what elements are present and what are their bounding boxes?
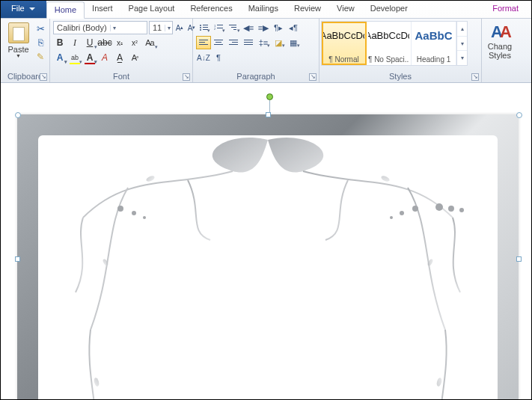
- svg-rect-17: [215, 42, 221, 43]
- superscript-button[interactable]: x²: [128, 36, 141, 49]
- group-clipboard: Paste ▼ ✂ ⎘ ✎ Clipboard ↘: [1, 19, 50, 82]
- numbering-button[interactable]: 12▾: [211, 21, 226, 34]
- justify-button[interactable]: [241, 36, 256, 49]
- multilevel-list-button[interactable]: ▾: [226, 21, 241, 34]
- document-canvas[interactable]: [1, 83, 531, 399]
- group-label-font: Font ↘: [50, 71, 192, 82]
- tab-references[interactable]: References: [183, 1, 240, 18]
- highlight-button[interactable]: ab▾: [68, 51, 82, 64]
- rotation-connector: [269, 100, 270, 113]
- tab-developer[interactable]: Developer: [363, 1, 416, 18]
- change-styles-label2: Styles: [489, 51, 511, 60]
- style-gallery: AaBbCcDc ¶ Normal AaBbCcDc ¶ No Spaci...…: [321, 21, 468, 66]
- text-effects-button[interactable]: A▾: [53, 51, 67, 64]
- copy-button[interactable]: ⎘: [34, 37, 46, 49]
- italic-button[interactable]: I: [68, 36, 82, 49]
- svg-point-36: [390, 216, 393, 219]
- align-left-button[interactable]: [196, 36, 211, 49]
- increase-indent-button[interactable]: ≡▶: [256, 21, 271, 34]
- chevron-down-icon[interactable]: ▾: [110, 25, 119, 31]
- phonetic-guide-button[interactable]: Aᵃ: [128, 51, 141, 64]
- tab-format[interactable]: Format: [485, 1, 527, 18]
- font-size-value: 11: [150, 23, 165, 32]
- svg-point-37: [435, 203, 443, 211]
- svg-point-38: [448, 206, 454, 212]
- dialog-launcher-icon[interactable]: ↘: [183, 73, 190, 81]
- show-marks-button[interactable]: ¶: [211, 51, 226, 64]
- ltr-button[interactable]: ¶▸: [271, 21, 286, 34]
- svg-point-26: [380, 175, 390, 183]
- svg-rect-1: [203, 25, 208, 25]
- change-case-button[interactable]: Aa▾: [143, 36, 156, 49]
- svg-point-0: [200, 25, 201, 26]
- dialog-launcher-icon[interactable]: ↘: [40, 73, 47, 81]
- svg-point-39: [459, 208, 464, 212]
- svg-rect-18: [214, 44, 223, 45]
- strike-button[interactable]: abc: [98, 36, 111, 49]
- svg-point-33: [143, 216, 146, 219]
- dialog-launcher-icon[interactable]: ↘: [309, 73, 317, 81]
- gallery-up-button[interactable]: ▴: [457, 22, 467, 37]
- rotation-handle[interactable]: [266, 93, 273, 100]
- group-paragraph: ▾ 12▾ ▾ ◀≡ ≡▶ ¶▸ ◂¶ ‡≡▾ ◪▾ ▦▾ A↓Z ¶: [193, 19, 319, 82]
- ribbon-tabs: File Home Insert Page Layout References …: [1, 1, 531, 19]
- selected-image[interactable]: [17, 114, 519, 399]
- line-spacing-button[interactable]: ‡≡▾: [256, 36, 271, 49]
- dialog-launcher-icon[interactable]: ↘: [471, 73, 479, 81]
- bullets-button[interactable]: ▾: [196, 21, 211, 34]
- svg-rect-24: [244, 44, 253, 45]
- character-border-button[interactable]: A̲: [113, 51, 126, 64]
- resize-handle-r[interactable]: [516, 256, 522, 262]
- tab-home[interactable]: Home: [46, 1, 85, 19]
- group-font: Calibri (Body) ▾ 11 ▾ A▴ A▾ B I U▾ abc x…: [50, 19, 193, 82]
- svg-text:2: 2: [214, 27, 216, 31]
- resize-handle-tr[interactable]: [516, 112, 522, 118]
- svg-rect-12: [233, 29, 236, 30]
- resize-handle-tl[interactable]: [15, 112, 21, 118]
- align-right-button[interactable]: [226, 36, 241, 49]
- style-no-spacing[interactable]: AaBbCcDc ¶ No Spaci...: [367, 22, 412, 65]
- svg-rect-20: [232, 42, 238, 43]
- chevron-down-icon[interactable]: ▼: [16, 54, 21, 58]
- borders-button[interactable]: ▦▾: [286, 36, 301, 49]
- paste-button[interactable]: Paste ▼: [4, 21, 33, 58]
- chevron-down-icon[interactable]: ▾: [165, 25, 172, 31]
- resize-handle-t[interactable]: [266, 112, 271, 117]
- align-center-button[interactable]: [211, 36, 226, 49]
- svg-rect-7: [217, 25, 223, 25]
- tab-file[interactable]: File: [1, 1, 46, 18]
- subscript-button[interactable]: x₂: [113, 36, 126, 49]
- svg-rect-22: [244, 40, 253, 40]
- style-heading1[interactable]: AaBbC Heading 1: [412, 22, 456, 65]
- rtl-button[interactable]: ◂¶: [286, 21, 301, 34]
- svg-point-25: [145, 175, 155, 183]
- svg-rect-16: [214, 40, 223, 40]
- gallery-down-button[interactable]: ▾: [457, 37, 467, 52]
- svg-point-34: [412, 206, 418, 212]
- format-painter-button[interactable]: ✎: [34, 51, 46, 63]
- gallery-more-button[interactable]: ▾: [457, 51, 467, 65]
- group-label-clipboard: Clipboard ↘: [1, 71, 49, 82]
- clear-formatting-button[interactable]: A: [98, 51, 111, 64]
- decrease-indent-button[interactable]: ◀≡: [241, 21, 256, 34]
- font-name-combo[interactable]: Calibri (Body) ▾: [53, 21, 147, 34]
- underline-button[interactable]: U▾: [83, 36, 97, 49]
- change-styles-button[interactable]: AA Chang Styles: [485, 21, 515, 60]
- tab-review[interactable]: Review: [287, 1, 329, 18]
- svg-point-4: [200, 29, 201, 31]
- tab-insert[interactable]: Insert: [85, 1, 121, 18]
- sort-button[interactable]: A↓Z: [196, 51, 211, 64]
- font-size-combo[interactable]: 11 ▾: [149, 21, 173, 34]
- svg-point-29: [94, 377, 100, 387]
- bold-button[interactable]: B: [53, 36, 67, 49]
- cut-button[interactable]: ✂: [34, 22, 46, 34]
- style-normal[interactable]: AaBbCcDc ¶ Normal: [322, 22, 367, 65]
- grow-font-button[interactable]: A▴: [174, 21, 185, 34]
- tab-mailings[interactable]: Mailings: [241, 1, 287, 18]
- font-color-button[interactable]: A▾: [83, 51, 97, 64]
- shading-button[interactable]: ◪▾: [271, 36, 286, 49]
- group-styles: AaBbCcDc ¶ Normal AaBbCcDc ¶ No Spaci...…: [319, 19, 482, 82]
- tab-page-layout[interactable]: Page Layout: [121, 1, 183, 18]
- resize-handle-l[interactable]: [15, 256, 20, 262]
- tab-view[interactable]: View: [329, 1, 363, 18]
